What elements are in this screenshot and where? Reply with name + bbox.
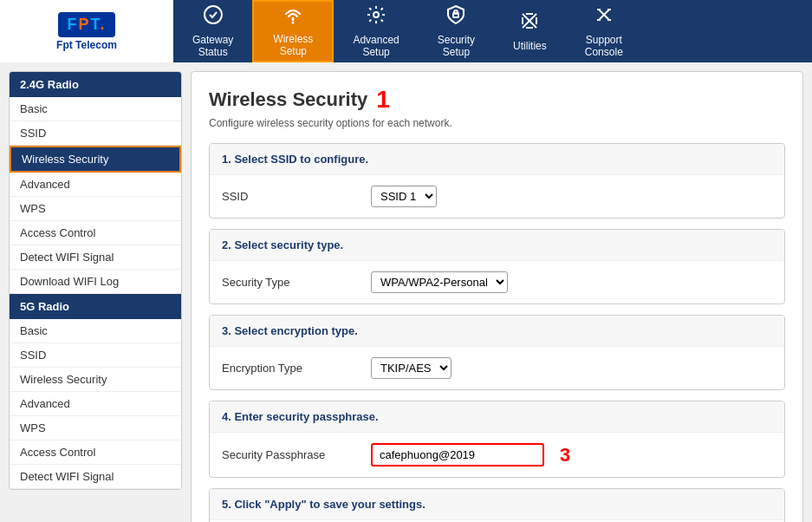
ssid-label: SSID (222, 190, 361, 203)
nav-advanced-setup[interactable]: AdvancedSetup (334, 0, 418, 62)
support-console-icon (594, 4, 614, 30)
section-encryption-type-body: Encryption Type TKIP/AES AES TKIP (210, 347, 784, 389)
page-subtitle: Configure wireless security options for … (209, 117, 785, 129)
nav-support-console-label: SupportConsole (585, 34, 623, 59)
main-container: 2.4G Radio Basic SSID Wireless Security … (0, 62, 812, 522)
section-security-type: 2. Select security type. Security Type W… (209, 229, 785, 304)
nav-gateway-status-label: GatewayStatus (192, 34, 233, 59)
gateway-status-icon (203, 4, 224, 30)
sidebar-item-wps-2g[interactable]: WPS (10, 197, 181, 221)
logo: FPT. Fpt Telecom (0, 0, 173, 62)
nav-advanced-setup-label: AdvancedSetup (353, 34, 399, 59)
section-select-ssid-header: 1. Select SSID to configure. (210, 144, 784, 175)
utilities-icon (519, 10, 540, 36)
sidebar-item-ssid-2g[interactable]: SSID (10, 121, 181, 146)
sidebar: 2.4G Radio Basic SSID Wireless Security … (9, 71, 182, 490)
page-title-row: Wireless Security 1 (209, 86, 785, 114)
nav-items: GatewayStatus WirelessSetup (173, 0, 812, 62)
sidebar-item-basic-2g[interactable]: Basic (10, 97, 181, 121)
svg-point-0 (205, 6, 222, 23)
title-step-badge: 1 (376, 86, 390, 114)
sidebar-item-wps-5g[interactable]: WPS (10, 416, 181, 440)
section-security-type-header: 2. Select security type. (210, 230, 784, 261)
sidebar-item-access-control-2g[interactable]: Access Control (10, 221, 181, 245)
nav-gateway-status[interactable]: GatewayStatus (173, 0, 252, 62)
section-select-ssid-body: SSID SSID 1 SSID 2 SSID 3 SSID 4 (210, 175, 784, 218)
wireless-setup-icon (282, 5, 304, 29)
sidebar-item-wireless-security-2g[interactable]: Wireless Security (10, 146, 181, 173)
section-encryption-type: 3. Select encryption type. Encryption Ty… (209, 315, 785, 390)
nav-wireless-setup-label: WirelessSetup (273, 33, 313, 58)
sidebar-item-access-control-5g[interactable]: Access Control (10, 440, 181, 465)
nav-support-console[interactable]: SupportConsole (566, 0, 642, 62)
section-security-type-body: Security Type WPA/WPA2-Personal WPA2-Per… (210, 261, 784, 303)
security-type-label: Security Type (222, 276, 361, 289)
passphrase-label: Security Passphrase (222, 448, 361, 461)
nav-utilities[interactable]: Utilities (494, 0, 566, 62)
passphrase-input[interactable] (371, 443, 544, 467)
encryption-type-select[interactable]: TKIP/AES AES TKIP (371, 357, 451, 379)
section-apply-header: 5. Click "Apply" to save your settings. (210, 489, 784, 520)
ssid-select[interactable]: SSID 1 SSID 2 SSID 3 SSID 4 (371, 186, 437, 207)
navbar: FPT. Fpt Telecom GatewayStatus WirelessS… (0, 0, 812, 62)
sidebar-item-basic-5g[interactable]: Basic (10, 319, 181, 343)
nav-security-setup-label: SecuritySetup (438, 34, 475, 59)
section-select-ssid: 1. Select SSID to configure. SSID SSID 1… (209, 143, 785, 219)
sidebar-item-ssid-5g[interactable]: SSID (10, 343, 181, 368)
encryption-type-label: Encryption Type (222, 362, 361, 375)
sidebar-item-wireless-security-5g[interactable]: Wireless Security (10, 368, 181, 392)
nav-wireless-setup[interactable]: WirelessSetup (252, 0, 334, 62)
nav-security-setup[interactable]: SecuritySetup (419, 0, 494, 62)
page-title: Wireless Security (209, 88, 367, 111)
section-passphrase-header: 4. Enter security passphrase. (210, 401, 784, 433)
sidebar-item-advanced-2g[interactable]: Advanced (10, 173, 181, 197)
sidebar-item-advanced-5g[interactable]: Advanced (10, 392, 181, 416)
advanced-setup-icon (366, 4, 387, 30)
content-area: Wireless Security 1 Configure wireless s… (191, 71, 803, 522)
security-setup-icon (446, 4, 465, 30)
svg-point-2 (374, 12, 379, 17)
section-passphrase-body: Security Passphrase 3 (210, 433, 784, 477)
sidebar-item-detect-wifi-signal-5g[interactable]: Detect WIFI Signal (10, 465, 181, 489)
logo-sub: Fpt Telecom (56, 39, 117, 51)
sidebar-group-5g: 5G Radio (10, 294, 181, 319)
section-apply: 5. Click "Apply" to save your settings. … (209, 488, 785, 522)
section-passphrase: 4. Enter security passphrase. Security P… (209, 401, 785, 478)
sidebar-item-detect-wifi-signal-2g[interactable]: Detect WIFI Signal (10, 245, 181, 270)
logo-brand: FPT. (58, 12, 114, 37)
passphrase-step-badge: 3 (560, 444, 570, 467)
svg-point-1 (292, 21, 295, 23)
sidebar-group-2g: 2.4G Radio (10, 72, 181, 97)
sidebar-item-download-wifi-log-2g[interactable]: Download WIFI Log (10, 270, 181, 294)
security-type-select[interactable]: WPA/WPA2-Personal WPA2-Personal WPA-Pers… (371, 271, 508, 293)
nav-utilities-label: Utilities (513, 40, 547, 52)
section-encryption-type-header: 3. Select encryption type. (210, 316, 784, 347)
